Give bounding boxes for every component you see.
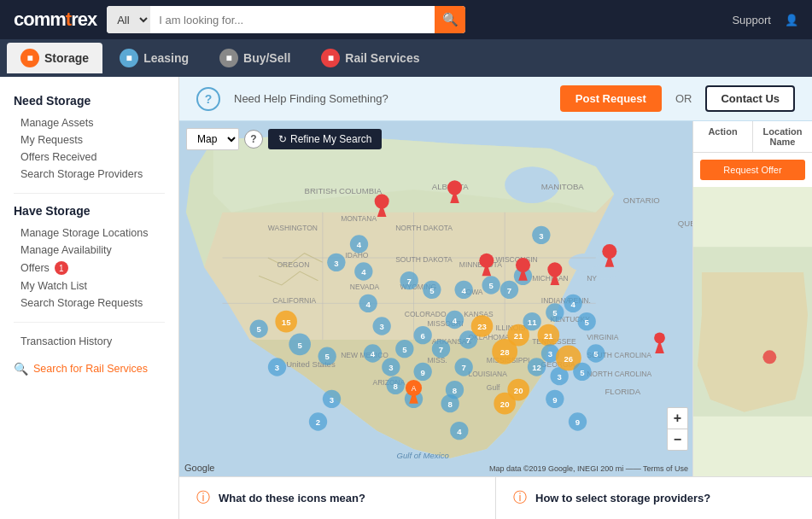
map-help-button[interactable]: ? xyxy=(244,130,263,149)
svg-text:21: 21 xyxy=(544,331,553,341)
tab-buysell-label: Buy/Sell xyxy=(243,51,290,65)
svg-text:NY: NY xyxy=(587,274,597,283)
svg-text:5: 5 xyxy=(580,368,585,377)
content-area: ? Need Help Finding Something? Post Requ… xyxy=(179,77,812,519)
select-card-icon: ⓘ xyxy=(513,489,527,507)
svg-text:9: 9 xyxy=(575,417,580,427)
svg-text:4: 4 xyxy=(453,316,458,325)
svg-point-163 xyxy=(762,350,776,364)
tab-rail-label: Rail Services xyxy=(345,51,419,65)
sidebar-search-rail-services[interactable]: 🔍 Search for Rail Services xyxy=(14,357,165,378)
or-text: OR xyxy=(675,92,692,105)
tab-rail[interactable]: ■ Rail Services xyxy=(307,43,433,73)
map-data-attribution: Map data ©2019 Google, INEGI 200 mi —— T… xyxy=(489,464,688,473)
svg-text:9: 9 xyxy=(420,368,424,377)
svg-text:4: 4 xyxy=(371,349,376,359)
svg-text:ONTARIO: ONTARIO xyxy=(623,195,660,205)
post-request-button[interactable]: Post Request xyxy=(560,85,662,112)
svg-point-154 xyxy=(447,180,462,195)
map-panel: Action Location Name Request Offer xyxy=(692,121,812,476)
sidebar-offers[interactable]: Offers 1 xyxy=(14,259,165,277)
sidebar-search-storage-providers[interactable]: Search Storage Providers xyxy=(14,166,165,183)
svg-text:5: 5 xyxy=(429,286,435,295)
svg-text:3: 3 xyxy=(548,349,552,359)
svg-point-157 xyxy=(547,262,562,277)
have-storage-title: Have Storage xyxy=(14,204,165,218)
bottom-card-icons[interactable]: ⓘ What do these icons mean? xyxy=(179,477,496,519)
svg-text:20: 20 xyxy=(500,399,510,409)
zoom-controls: + − xyxy=(667,407,688,451)
request-offer-button[interactable]: Request Offer xyxy=(700,160,805,180)
svg-text:MONTANA: MONTANA xyxy=(341,214,377,223)
svg-text:FLORIDA: FLORIDA xyxy=(605,387,641,396)
svg-text:5: 5 xyxy=(256,324,261,334)
svg-text:5: 5 xyxy=(402,345,407,354)
svg-text:4: 4 xyxy=(365,300,371,309)
user-icon[interactable]: 👤 xyxy=(785,14,798,26)
svg-text:9: 9 xyxy=(552,395,557,405)
map-view-select[interactable]: Map xyxy=(186,128,239,150)
bottom-card-select[interactable]: ⓘ How to select storage providers? xyxy=(496,477,812,519)
svg-text:Gulf of Mexico: Gulf of Mexico xyxy=(397,451,450,460)
rail-search-icon: 🔍 xyxy=(14,362,28,376)
svg-text:NEVADA: NEVADA xyxy=(350,283,380,291)
svg-text:3: 3 xyxy=(379,322,383,331)
svg-text:3: 3 xyxy=(275,363,279,372)
svg-text:3: 3 xyxy=(388,363,393,372)
svg-text:COLORADO: COLORADO xyxy=(405,310,447,318)
svg-text:SOUTH DAKOTA: SOUTH DAKOTA xyxy=(395,255,453,264)
svg-text:26: 26 xyxy=(564,354,573,364)
svg-text:7: 7 xyxy=(406,277,411,286)
tab-buysell[interactable]: ■ Buy/Sell xyxy=(206,43,304,73)
search-input[interactable] xyxy=(150,6,435,33)
svg-text:5: 5 xyxy=(584,318,589,327)
svg-text:NORTH CAROLINA: NORTH CAROLINA xyxy=(587,370,651,378)
svg-text:5: 5 xyxy=(552,308,558,318)
svg-text:NORTH DAKOTA: NORTH DAKOTA xyxy=(395,224,453,232)
svg-text:15: 15 xyxy=(282,318,291,327)
svg-text:23: 23 xyxy=(477,322,487,331)
svg-text:7: 7 xyxy=(466,335,470,345)
contact-us-button[interactable]: Contact Us xyxy=(705,85,795,112)
svg-text:BRITISH COLUMBIA: BRITISH COLUMBIA xyxy=(305,186,383,195)
sidebar-manage-locations[interactable]: Manage Storage Locations xyxy=(14,225,165,242)
search-bar: All 🔍 xyxy=(107,6,465,33)
svg-text:7: 7 xyxy=(507,286,511,295)
rail-tab-icon: ■ xyxy=(321,49,340,67)
main-layout: Need Storage Manage Assets My Requests O… xyxy=(0,77,812,519)
icons-card-icon: ⓘ xyxy=(196,489,210,507)
refine-icon: ↻ xyxy=(278,133,287,145)
svg-text:7: 7 xyxy=(461,363,465,372)
sidebar: Need Storage Manage Assets My Requests O… xyxy=(0,77,179,519)
svg-point-159 xyxy=(654,332,665,343)
search-category-select[interactable]: All xyxy=(107,6,150,33)
sidebar-transaction-history[interactable]: Transaction History xyxy=(14,333,165,350)
sidebar-manage-assets[interactable]: Manage Assets xyxy=(14,114,165,131)
tab-storage[interactable]: ■ Storage xyxy=(7,43,102,73)
sidebar-offers-received[interactable]: Offers Received xyxy=(14,149,165,166)
svg-text:4: 4 xyxy=(361,267,366,277)
svg-text:CALIFORNIA: CALIFORNIA xyxy=(272,296,316,305)
storage-tab-icon: ■ xyxy=(20,49,39,67)
svg-point-155 xyxy=(479,254,494,268)
svg-text:5: 5 xyxy=(593,349,599,359)
svg-text:28: 28 xyxy=(500,347,510,357)
sidebar-my-watch-list[interactable]: My Watch List xyxy=(14,277,165,294)
search-button[interactable]: 🔍 xyxy=(435,6,465,33)
svg-text:3: 3 xyxy=(557,372,561,382)
sidebar-search-storage-requests[interactable]: Search Storage Requests xyxy=(14,294,165,312)
zoom-out-button[interactable]: − xyxy=(668,429,687,450)
svg-text:5: 5 xyxy=(297,341,302,350)
svg-text:4: 4 xyxy=(357,240,362,249)
tab-leasing[interactable]: ■ Leasing xyxy=(106,43,202,73)
sidebar-manage-availability[interactable]: Manage Availability xyxy=(14,242,165,259)
svg-text:OREGON: OREGON xyxy=(277,260,310,269)
support-link[interactable]: Support xyxy=(732,14,771,26)
sidebar-my-requests[interactable]: My Requests xyxy=(14,131,165,149)
svg-text:LOUISIANA: LOUISIANA xyxy=(469,370,508,378)
zoom-in-button[interactable]: + xyxy=(668,408,687,429)
svg-text:8: 8 xyxy=(447,399,453,409)
rail-search-label: Search for Rail Services xyxy=(33,363,148,375)
refine-search-button[interactable]: ↻ Refine My Search xyxy=(268,129,382,149)
svg-text:4: 4 xyxy=(461,286,466,295)
